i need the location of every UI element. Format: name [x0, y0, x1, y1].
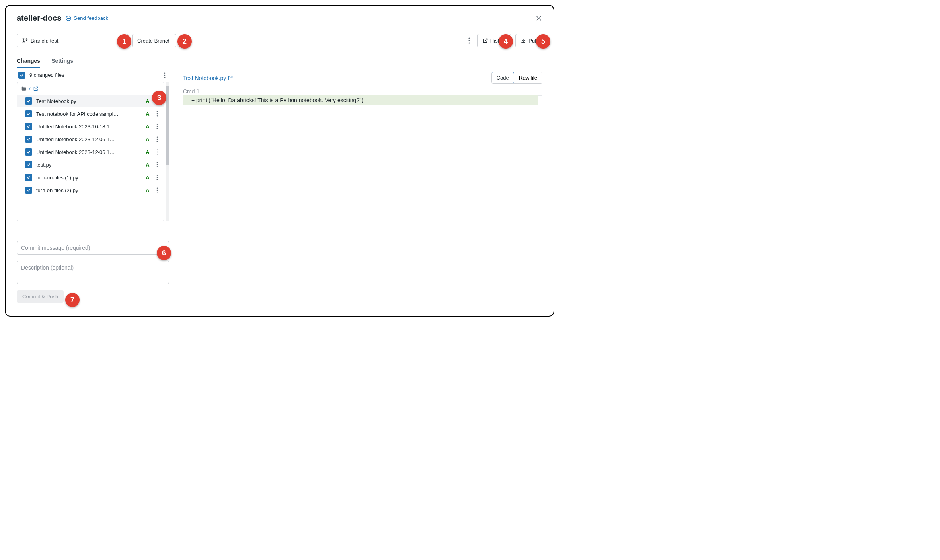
- file-row[interactable]: test.pyA: [17, 158, 164, 171]
- svg-point-7: [468, 37, 470, 39]
- svg-point-9: [468, 42, 470, 43]
- diff-cmd-label: Cmd 1: [183, 88, 542, 95]
- git-dialog: atelier-docs Send feedback Branch: test …: [5, 5, 554, 317]
- external-link-icon: [228, 75, 233, 81]
- file-checkbox[interactable]: [25, 187, 32, 194]
- file-row[interactable]: turn-on-files (1).pyA: [17, 171, 164, 184]
- changed-files-count: 9 changed files: [29, 72, 64, 78]
- commit-description-input[interactable]: [17, 261, 169, 284]
- svg-point-19: [157, 124, 158, 125]
- file-row-overflow[interactable]: [154, 162, 160, 167]
- toolbar-overflow-button[interactable]: [465, 34, 473, 47]
- diff-body: Cmd 1 + print ("Hello, Databricks! This …: [183, 88, 542, 105]
- diff-file-link[interactable]: Test Notebook.py: [183, 75, 233, 81]
- changed-files-overflow[interactable]: [162, 72, 168, 78]
- svg-point-25: [157, 149, 158, 150]
- git-branch-icon: [22, 37, 28, 44]
- file-name: test.py: [36, 162, 141, 168]
- file-row[interactable]: Untitled Notebook 2023-10-18 1…A: [17, 120, 164, 133]
- svg-point-11: [164, 74, 166, 76]
- file-status: A: [145, 175, 150, 181]
- toolbar: Branch: test Create Branch History Pull: [17, 34, 542, 47]
- svg-point-12: [164, 76, 166, 78]
- svg-point-31: [157, 175, 158, 176]
- svg-point-13: [157, 98, 158, 99]
- commit-push-button[interactable]: Commit & Push: [17, 290, 64, 303]
- scrollbar-thumb[interactable]: [166, 86, 169, 165]
- tabs: Changes Settings: [17, 54, 542, 68]
- folder-row: /: [17, 82, 164, 95]
- kebab-icon: [468, 37, 470, 44]
- svg-point-36: [157, 192, 158, 193]
- svg-point-22: [157, 136, 158, 138]
- file-status: A: [145, 187, 150, 193]
- branch-selector[interactable]: Branch: test: [17, 34, 128, 47]
- view-code-button[interactable]: Code: [491, 72, 514, 84]
- file-row[interactable]: turn-on-files (2).pyA: [17, 184, 164, 196]
- chat-icon: [65, 15, 72, 21]
- commit-message-input[interactable]: [17, 241, 169, 255]
- file-checkbox[interactable]: [25, 97, 32, 105]
- svg-point-26: [157, 152, 158, 153]
- svg-point-23: [157, 139, 158, 140]
- file-row-overflow[interactable]: [154, 175, 160, 180]
- file-status: A: [145, 162, 150, 168]
- file-checkbox[interactable]: [25, 123, 32, 130]
- file-row[interactable]: Test notebook for API code sampl…A: [17, 107, 164, 120]
- svg-point-33: [157, 179, 158, 180]
- select-all-checkbox[interactable]: [18, 72, 25, 79]
- pull-label: Pull: [529, 38, 537, 44]
- file-row-overflow[interactable]: [154, 98, 160, 104]
- diff-file-name: Test Notebook.py: [183, 75, 226, 81]
- view-raw-button[interactable]: Raw file: [514, 72, 542, 83]
- file-name: Untitled Notebook 2023-10-18 1…: [36, 124, 141, 130]
- chevron-down-icon: [118, 38, 123, 43]
- tab-settings[interactable]: Settings: [51, 54, 73, 68]
- changes-sidebar: 9 changed files / Test Notebook.pyATest …: [17, 68, 176, 303]
- history-label: History: [490, 38, 506, 44]
- tab-changes[interactable]: Changes: [17, 54, 40, 68]
- file-row-overflow[interactable]: [154, 149, 160, 155]
- header-left: atelier-docs Send feedback: [17, 14, 108, 23]
- file-row-overflow[interactable]: [154, 111, 160, 117]
- download-icon: [521, 38, 526, 43]
- file-name: turn-on-files (1).py: [36, 175, 141, 181]
- file-tree-panel: / Test Notebook.pyATest notebook for API…: [17, 82, 164, 221]
- svg-point-8: [468, 40, 470, 41]
- svg-point-28: [157, 162, 158, 163]
- pull-button[interactable]: Pull: [515, 34, 542, 47]
- svg-point-14: [157, 101, 158, 102]
- folder-icon: [21, 86, 27, 91]
- close-icon[interactable]: [535, 15, 542, 22]
- svg-point-17: [157, 113, 158, 115]
- svg-point-6: [26, 39, 27, 40]
- repo-title: atelier-docs: [17, 14, 61, 23]
- file-name: Untitled Notebook 2023-12-06 1…: [36, 136, 141, 142]
- folder-path-link[interactable]: /: [29, 86, 31, 91]
- file-checkbox[interactable]: [25, 110, 32, 117]
- diff-view-toggle: Code Raw file: [491, 72, 542, 84]
- file-checkbox[interactable]: [25, 136, 32, 143]
- file-row-overflow[interactable]: [154, 124, 160, 129]
- external-link-icon[interactable]: [33, 86, 39, 91]
- file-row[interactable]: Untitled Notebook 2023-12-06 1…A: [17, 146, 164, 158]
- history-button[interactable]: History: [477, 34, 511, 47]
- scrollbar[interactable]: [166, 82, 169, 221]
- svg-point-30: [157, 166, 158, 167]
- file-row-overflow[interactable]: [154, 136, 160, 142]
- svg-point-29: [157, 164, 158, 165]
- svg-point-34: [157, 187, 158, 189]
- send-feedback-link[interactable]: Send feedback: [65, 15, 108, 21]
- file-checkbox[interactable]: [25, 148, 32, 156]
- create-branch-button[interactable]: Create Branch: [132, 34, 176, 47]
- file-status: A: [145, 136, 150, 142]
- file-checkbox[interactable]: [25, 174, 32, 181]
- file-row-overflow[interactable]: [154, 187, 160, 193]
- file-row[interactable]: Test Notebook.pyA: [17, 95, 164, 107]
- file-status: A: [145, 149, 150, 155]
- commit-form: Commit & Push: [17, 241, 169, 303]
- svg-point-21: [157, 128, 158, 129]
- file-row[interactable]: Untitled Notebook 2023-12-06 1…A: [17, 133, 164, 146]
- changed-files-header: 9 changed files: [17, 68, 169, 82]
- file-checkbox[interactable]: [25, 161, 32, 168]
